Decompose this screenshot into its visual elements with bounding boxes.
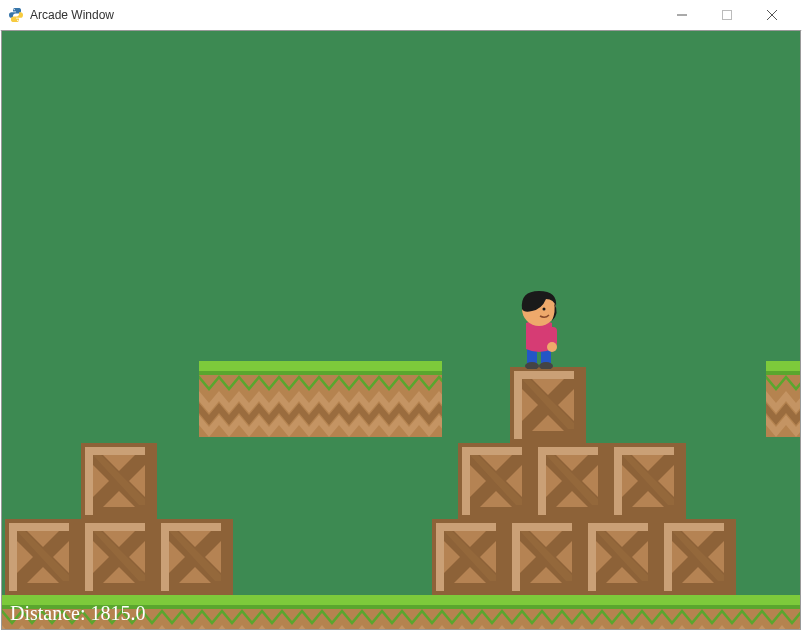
crate [432, 519, 508, 595]
window-title: Arcade Window [30, 8, 659, 22]
crate [610, 443, 686, 519]
right-platform [766, 361, 801, 437]
titlebar: Arcade Window [0, 0, 802, 31]
crate [157, 519, 233, 595]
hud-distance: Distance: 1815.0 [10, 602, 146, 625]
floating-platform [199, 361, 442, 437]
minimize-button[interactable] [659, 0, 704, 30]
svg-rect-32 [199, 361, 442, 437]
window-controls [659, 0, 794, 30]
maximize-button[interactable] [704, 0, 749, 30]
crate [458, 443, 534, 519]
crate [510, 367, 586, 443]
crate [81, 519, 157, 595]
crate [534, 443, 610, 519]
crate [508, 519, 584, 595]
crate [81, 443, 157, 519]
crate [5, 519, 81, 595]
app-window: Arcade Window [0, 0, 802, 632]
distance-label: Distance: [10, 602, 86, 624]
svg-rect-33 [766, 361, 801, 437]
crate [584, 519, 660, 595]
svg-point-0 [14, 9, 15, 10]
svg-point-1 [17, 20, 18, 21]
python-icon [8, 7, 24, 23]
distance-value: 1815.0 [91, 602, 146, 624]
game-canvas[interactable]: Distance: 1815.0 [1, 30, 801, 630]
svg-rect-3 [722, 11, 731, 20]
close-button[interactable] [749, 0, 794, 30]
crate [660, 519, 736, 595]
player-sprite [512, 289, 566, 369]
